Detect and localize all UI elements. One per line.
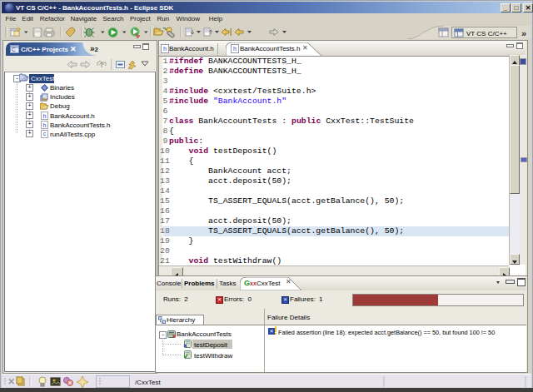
svg-text:C: C [12, 47, 16, 52]
svg-text:»: » [521, 28, 526, 38]
svg-text:VT CS C/C++: VT CS C/C++ [466, 30, 507, 37]
svg-text:/CxxTest: /CxxTest [135, 379, 161, 386]
